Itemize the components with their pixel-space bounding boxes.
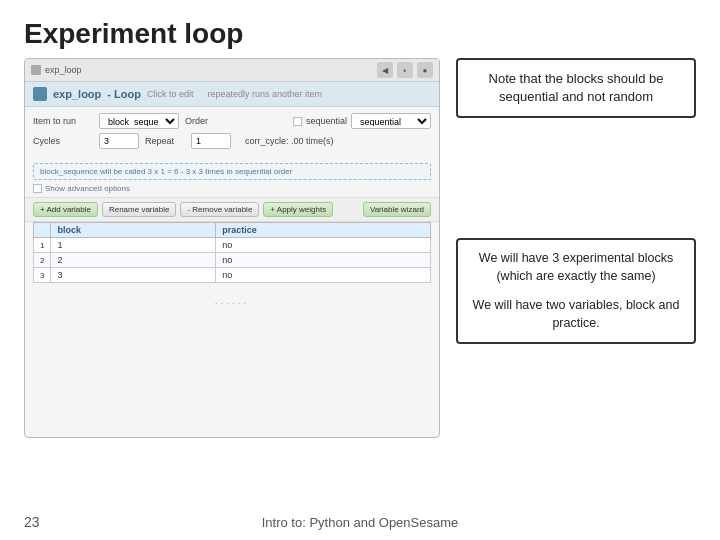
apply-weights-btn[interactable]: + Apply weights bbox=[263, 202, 333, 217]
callout-bottom2-area: We will have two variables, block and pr… bbox=[472, 297, 680, 332]
callout-bottom-text1: We will have 3 experimental blocks bbox=[479, 251, 673, 265]
variable-wizard-btn[interactable]: Variable wizard bbox=[363, 202, 431, 217]
corr-label: corr_cycle: .00 time(s) bbox=[245, 136, 334, 146]
topbar-icons: ◀ ▪ ● bbox=[377, 62, 433, 78]
slide-footer: Intro to: Python and OpenSesame bbox=[0, 515, 720, 530]
row-practice: no bbox=[216, 238, 431, 253]
callout-bottom2-text: We will have two variables, block and pr… bbox=[473, 298, 680, 330]
callout-bottom-text2: (which are exactly the same) bbox=[496, 269, 655, 283]
nav-square-icon[interactable]: ▪ bbox=[397, 62, 413, 78]
col-num bbox=[34, 223, 51, 238]
header-click[interactable]: Click to edit bbox=[147, 89, 194, 99]
table-row: 1 1 no bbox=[34, 238, 431, 253]
table-row: 3 3 no bbox=[34, 268, 431, 283]
order-select[interactable]: sequential bbox=[351, 113, 431, 129]
callout-bottom: We will have 3 experimental blocks (whic… bbox=[456, 238, 696, 344]
item-select[interactable]: block_sequence bbox=[99, 113, 179, 129]
order-label: Order bbox=[185, 116, 220, 126]
repeat-input[interactable] bbox=[191, 133, 231, 149]
row-block: 2 bbox=[51, 253, 216, 268]
form-area: Item to run block_sequence Order sequent… bbox=[25, 107, 439, 159]
form-row-item: Item to run block_sequence Order sequent… bbox=[33, 113, 431, 129]
row-num: 3 bbox=[34, 268, 51, 283]
panel-footer-dots: ...... bbox=[25, 291, 439, 310]
form-row-cycles: Cycles Repeat corr_cycle: .00 time(s) bbox=[33, 133, 431, 149]
row-practice: no bbox=[216, 253, 431, 268]
header-title: exp_loop bbox=[53, 88, 101, 100]
table-row: 2 2 no bbox=[34, 253, 431, 268]
add-variable-btn[interactable]: + Add variable bbox=[33, 202, 98, 217]
callout-bottom-line1: We will have 3 experimental blocks (whic… bbox=[472, 250, 680, 285]
callouts-area: Note that the blocks should be sequentia… bbox=[456, 58, 696, 438]
panel-topbar: exp_loop ◀ ▪ ● bbox=[25, 59, 439, 82]
topbar-label: exp_loop bbox=[45, 65, 82, 75]
panel-header: exp_loop - Loop Click to edit repeatedly… bbox=[25, 82, 439, 107]
header-sub: repeatedly runs another item bbox=[207, 89, 322, 99]
row-num: 1 bbox=[34, 238, 51, 253]
row-block: 1 bbox=[51, 238, 216, 253]
advanced-label: Show advanced options bbox=[45, 184, 130, 193]
row-block: 3 bbox=[51, 268, 216, 283]
sequential-label: sequential bbox=[306, 116, 347, 126]
show-advanced[interactable]: Show advanced options bbox=[33, 184, 431, 193]
form-right-sequential: sequential sequential bbox=[293, 113, 431, 129]
header-loop: - Loop bbox=[107, 88, 141, 100]
advanced-checkbox[interactable] bbox=[33, 184, 42, 193]
page-title: Experiment loop bbox=[0, 0, 720, 58]
experiment-panel: exp_loop ◀ ▪ ● exp_loop - Loop Click to … bbox=[24, 58, 440, 438]
variables-table: block practice 1 1 no 2 2 no 3 3 no bbox=[33, 222, 431, 283]
topbar-icon bbox=[31, 65, 41, 75]
cycles-label: Cycles bbox=[33, 136, 93, 146]
cycles-input[interactable] bbox=[99, 133, 139, 149]
col-block: block bbox=[51, 223, 216, 238]
col-practice: practice bbox=[216, 223, 431, 238]
nav-left-icon[interactable]: ◀ bbox=[377, 62, 393, 78]
rename-variable-btn[interactable]: Rename variable bbox=[102, 202, 176, 217]
item-label: Item to run bbox=[33, 116, 93, 126]
nav-right-icon[interactable]: ● bbox=[417, 62, 433, 78]
remove-variable-btn[interactable]: - Remove variable bbox=[180, 202, 259, 217]
footer-text: Intro to: Python and OpenSesame bbox=[262, 515, 459, 530]
row-practice: no bbox=[216, 268, 431, 283]
notice-text: block_sequence will be called 3 x 1 = 6 … bbox=[33, 163, 431, 180]
exp-toolbar: + Add variable Rename variable - Remove … bbox=[25, 197, 439, 222]
sequential-checkbox[interactable] bbox=[293, 117, 302, 126]
callout-top-text: Note that the blocks should be sequentia… bbox=[489, 71, 664, 104]
repeat-label: Repeat bbox=[145, 136, 185, 146]
callout-top: Note that the blocks should be sequentia… bbox=[456, 58, 696, 118]
row-num: 2 bbox=[34, 253, 51, 268]
loop-icon bbox=[33, 87, 47, 101]
